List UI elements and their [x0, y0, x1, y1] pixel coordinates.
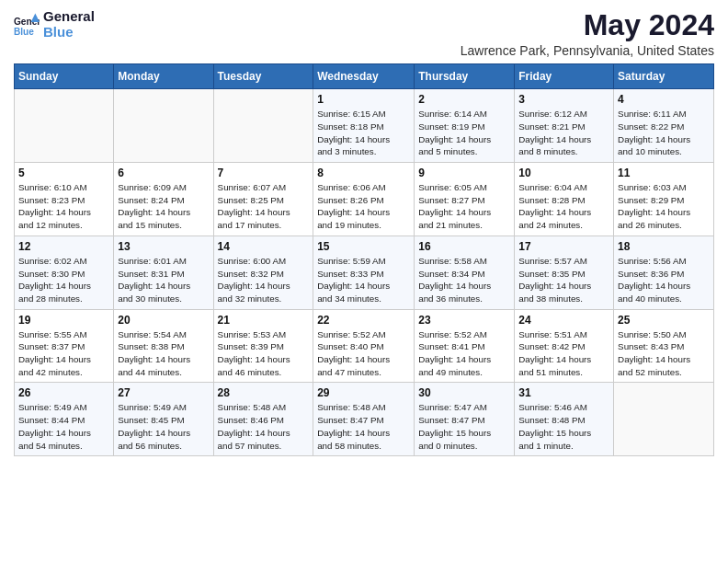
day-info: Sunrise: 6:04 AM Sunset: 8:28 PM Dayligh…: [518, 181, 609, 232]
day-number: 25: [618, 314, 710, 327]
day-number: 12: [18, 240, 109, 253]
calendar-cell: 4Sunrise: 6:11 AM Sunset: 8:22 PM Daylig…: [614, 89, 714, 163]
calendar-week-5: 26Sunrise: 5:49 AM Sunset: 8:44 PM Dayli…: [15, 383, 714, 456]
title-area: May 2024 Lawrence Park, Pennsylvania, Un…: [461, 9, 714, 58]
logo: General Blue General Blue: [14, 9, 95, 40]
day-number: 31: [518, 386, 609, 399]
day-number: 30: [418, 386, 510, 399]
calendar-cell: 30Sunrise: 5:47 AM Sunset: 8:47 PM Dayli…: [415, 383, 515, 456]
calendar-cell: 25Sunrise: 5:50 AM Sunset: 8:43 PM Dayli…: [614, 309, 714, 383]
calendar-cell: 27Sunrise: 5:49 AM Sunset: 8:45 PM Dayli…: [114, 383, 213, 456]
calendar-cell: 8Sunrise: 6:06 AM Sunset: 8:26 PM Daylig…: [313, 163, 415, 236]
day-number: 13: [118, 240, 209, 253]
day-info: Sunrise: 6:15 AM Sunset: 8:18 PM Dayligh…: [317, 108, 410, 158]
calendar-cell: 2Sunrise: 6:14 AM Sunset: 8:19 PM Daylig…: [415, 89, 515, 163]
day-number: 8: [317, 167, 410, 179]
day-number: 28: [218, 386, 310, 399]
calendar-cell: 20Sunrise: 5:54 AM Sunset: 8:38 PM Dayli…: [114, 309, 213, 383]
calendar-cell: 29Sunrise: 5:48 AM Sunset: 8:47 PM Dayli…: [313, 383, 415, 456]
calendar-week-1: 1Sunrise: 6:15 AM Sunset: 8:18 PM Daylig…: [15, 89, 714, 163]
day-info: Sunrise: 6:07 AM Sunset: 8:25 PM Dayligh…: [218, 181, 310, 232]
calendar-cell: 1Sunrise: 6:15 AM Sunset: 8:18 PM Daylig…: [313, 89, 415, 163]
day-info: Sunrise: 6:14 AM Sunset: 8:19 PM Dayligh…: [418, 108, 510, 158]
calendar-cell: 5Sunrise: 6:10 AM Sunset: 8:23 PM Daylig…: [15, 163, 114, 236]
svg-text:Blue: Blue: [14, 26, 34, 36]
day-number: 29: [317, 386, 410, 399]
calendar-cell: [114, 89, 213, 163]
calendar-cell: [15, 89, 114, 163]
calendar-cell: 3Sunrise: 6:12 AM Sunset: 8:21 PM Daylig…: [515, 89, 614, 163]
logo-blue: Blue: [43, 25, 95, 40]
calendar-cell: 18Sunrise: 5:56 AM Sunset: 8:36 PM Dayli…: [614, 236, 714, 309]
calendar-cell: 16Sunrise: 5:58 AM Sunset: 8:34 PM Dayli…: [415, 236, 515, 309]
calendar-cell: 31Sunrise: 5:46 AM Sunset: 8:48 PM Dayli…: [515, 383, 614, 456]
calendar-cell: 11Sunrise: 6:03 AM Sunset: 8:29 PM Dayli…: [614, 163, 714, 236]
day-number: 1: [317, 93, 410, 106]
calendar-week-4: 19Sunrise: 5:55 AM Sunset: 8:37 PM Dayli…: [15, 309, 714, 383]
day-info: Sunrise: 5:52 AM Sunset: 8:41 PM Dayligh…: [418, 328, 510, 379]
logo-icon: General Blue: [14, 12, 40, 38]
calendar-cell: 7Sunrise: 6:07 AM Sunset: 8:25 PM Daylig…: [213, 163, 313, 236]
calendar-cell: 24Sunrise: 5:51 AM Sunset: 8:42 PM Dayli…: [515, 309, 614, 383]
calendar-cell: 6Sunrise: 6:09 AM Sunset: 8:24 PM Daylig…: [114, 163, 213, 236]
day-number: 10: [518, 167, 609, 179]
day-info: Sunrise: 5:57 AM Sunset: 8:35 PM Dayligh…: [518, 255, 609, 305]
day-info: Sunrise: 5:53 AM Sunset: 8:39 PM Dayligh…: [218, 328, 310, 379]
day-info: Sunrise: 6:03 AM Sunset: 8:29 PM Dayligh…: [618, 181, 710, 232]
day-info: Sunrise: 6:01 AM Sunset: 8:31 PM Dayligh…: [118, 255, 209, 305]
calendar-cell: 15Sunrise: 5:59 AM Sunset: 8:33 PM Dayli…: [313, 236, 415, 309]
day-info: Sunrise: 6:05 AM Sunset: 8:27 PM Dayligh…: [418, 181, 510, 232]
calendar-cell: 26Sunrise: 5:49 AM Sunset: 8:44 PM Dayli…: [15, 383, 114, 456]
day-number: 24: [518, 314, 609, 327]
day-info: Sunrise: 6:09 AM Sunset: 8:24 PM Dayligh…: [118, 181, 209, 232]
day-number: 23: [418, 314, 510, 327]
logo-general: General: [43, 9, 95, 25]
day-number: 20: [118, 314, 209, 327]
calendar-cell: 23Sunrise: 5:52 AM Sunset: 8:41 PM Dayli…: [415, 309, 515, 383]
location-subtitle: Lawrence Park, Pennsylvania, United Stat…: [461, 43, 714, 58]
day-number: 17: [518, 240, 609, 253]
day-number: 22: [317, 314, 410, 327]
day-number: 16: [418, 240, 510, 253]
day-number: 6: [118, 167, 209, 179]
day-info: Sunrise: 5:56 AM Sunset: 8:36 PM Dayligh…: [618, 255, 710, 305]
calendar-cell: 13Sunrise: 6:01 AM Sunset: 8:31 PM Dayli…: [114, 236, 213, 309]
calendar-cell: 10Sunrise: 6:04 AM Sunset: 8:28 PM Dayli…: [515, 163, 614, 236]
day-info: Sunrise: 5:46 AM Sunset: 8:48 PM Dayligh…: [518, 401, 609, 452]
weekday-header-tuesday: Tuesday: [213, 64, 313, 89]
calendar-cell: 9Sunrise: 6:05 AM Sunset: 8:27 PM Daylig…: [415, 163, 515, 236]
day-number: 4: [618, 93, 710, 106]
day-info: Sunrise: 5:55 AM Sunset: 8:37 PM Dayligh…: [18, 328, 109, 379]
day-number: 7: [218, 167, 310, 179]
day-info: Sunrise: 6:12 AM Sunset: 8:21 PM Dayligh…: [518, 108, 609, 158]
day-info: Sunrise: 6:06 AM Sunset: 8:26 PM Dayligh…: [317, 181, 410, 232]
page-header: General Blue General Blue May 2024 Lawre…: [14, 9, 714, 58]
weekday-header-thursday: Thursday: [415, 64, 515, 89]
day-number: 11: [618, 167, 710, 179]
calendar-week-3: 12Sunrise: 6:02 AM Sunset: 8:30 PM Dayli…: [15, 236, 714, 309]
day-info: Sunrise: 6:02 AM Sunset: 8:30 PM Dayligh…: [18, 255, 109, 305]
day-info: Sunrise: 5:58 AM Sunset: 8:34 PM Dayligh…: [418, 255, 510, 305]
calendar-week-2: 5Sunrise: 6:10 AM Sunset: 8:23 PM Daylig…: [15, 163, 714, 236]
day-info: Sunrise: 6:00 AM Sunset: 8:32 PM Dayligh…: [218, 255, 310, 305]
day-info: Sunrise: 6:11 AM Sunset: 8:22 PM Dayligh…: [618, 108, 710, 158]
day-info: Sunrise: 5:59 AM Sunset: 8:33 PM Dayligh…: [317, 255, 410, 305]
calendar-cell: 12Sunrise: 6:02 AM Sunset: 8:30 PM Dayli…: [15, 236, 114, 309]
day-number: 19: [18, 314, 109, 327]
day-number: 2: [418, 93, 510, 106]
main-title: May 2024: [461, 9, 714, 41]
calendar-cell: 14Sunrise: 6:00 AM Sunset: 8:32 PM Dayli…: [213, 236, 313, 309]
calendar-cell: 28Sunrise: 5:48 AM Sunset: 8:46 PM Dayli…: [213, 383, 313, 456]
calendar-cell: 19Sunrise: 5:55 AM Sunset: 8:37 PM Dayli…: [15, 309, 114, 383]
day-info: Sunrise: 5:52 AM Sunset: 8:40 PM Dayligh…: [317, 328, 410, 379]
day-number: 9: [418, 167, 510, 179]
weekday-header-saturday: Saturday: [614, 64, 714, 89]
day-info: Sunrise: 5:50 AM Sunset: 8:43 PM Dayligh…: [618, 328, 710, 379]
day-info: Sunrise: 5:49 AM Sunset: 8:45 PM Dayligh…: [118, 401, 209, 452]
calendar-body: 1Sunrise: 6:15 AM Sunset: 8:18 PM Daylig…: [15, 89, 714, 456]
weekday-header-monday: Monday: [114, 64, 213, 89]
day-info: Sunrise: 6:10 AM Sunset: 8:23 PM Dayligh…: [18, 181, 109, 232]
day-info: Sunrise: 5:54 AM Sunset: 8:38 PM Dayligh…: [118, 328, 209, 379]
day-number: 26: [18, 386, 109, 399]
weekday-header-friday: Friday: [515, 64, 614, 89]
